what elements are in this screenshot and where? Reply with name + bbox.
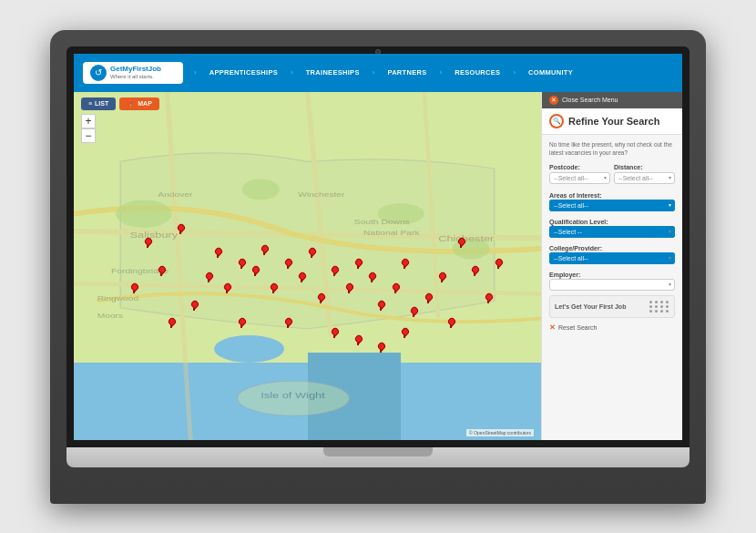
areas-group: Areas of Interest: --Select all-- bbox=[549, 190, 675, 211]
college-label: College/Provider: bbox=[549, 245, 602, 251]
map-pin-28[interactable] bbox=[284, 318, 291, 328]
map-pin-4[interactable] bbox=[205, 272, 212, 282]
postcode-distance-row: Postcode: --Select all-- Distance: bbox=[549, 164, 675, 184]
postcode-label: Postcode: bbox=[549, 164, 610, 170]
distance-select-wrapper: --Select all-- bbox=[614, 172, 675, 184]
zoom-out-button[interactable]: − bbox=[81, 128, 96, 143]
map-pin-8[interactable] bbox=[261, 245, 268, 255]
screen-bezel: ↺ GetMyFirstJob Where it all starts. › A… bbox=[66, 46, 690, 447]
sidebar-body: No time like the present, why not check … bbox=[542, 135, 682, 440]
sidebar-description: No time like the present, why not check … bbox=[549, 140, 675, 157]
areas-select[interactable]: --Select all-- bbox=[549, 200, 675, 211]
map-pin-30[interactable] bbox=[354, 335, 362, 345]
map-pin-33[interactable] bbox=[130, 283, 138, 293]
search-refine-icon bbox=[549, 114, 564, 128]
college-select[interactable]: --Select all-- bbox=[549, 252, 675, 264]
postcode-group: Postcode: --Select all-- bbox=[549, 164, 610, 184]
close-icon: ✕ bbox=[549, 96, 558, 105]
map-pin-22[interactable] bbox=[424, 293, 432, 303]
refine-header: Refine Your Search bbox=[542, 108, 682, 135]
lets-get-section: Let's Get Your First Job bbox=[549, 295, 675, 318]
list-view-button[interactable]: ≡ LIST bbox=[81, 97, 116, 110]
logo-area: ↺ GetMyFirstJob Where it all starts. bbox=[83, 62, 183, 84]
close-menu-label: Close Search Menu bbox=[562, 97, 618, 103]
qualification-select[interactable]: --Select -- bbox=[549, 226, 675, 238]
map-label: MAP bbox=[138, 100, 152, 107]
map-pin-3[interactable] bbox=[214, 248, 221, 258]
nav-sep-1: › bbox=[194, 68, 197, 77]
map-pin-29[interactable] bbox=[331, 328, 338, 338]
reset-text: Reset Search bbox=[558, 324, 597, 331]
map-pin-35[interactable] bbox=[471, 266, 478, 276]
distance-group: Distance: --Select all-- bbox=[614, 164, 675, 184]
map-pin-36[interactable] bbox=[485, 293, 492, 303]
logo-text-block: GetMyFirstJob Where it all starts. bbox=[110, 66, 161, 79]
close-search-menu-bar[interactable]: ✕ Close Search Menu bbox=[542, 92, 682, 108]
qualification-label: Qualification Level: bbox=[549, 219, 608, 225]
areas-select-wrapper: --Select all-- bbox=[549, 200, 675, 211]
logo-sub-text: Where it all starts. bbox=[110, 74, 161, 80]
map-pin-10[interactable] bbox=[270, 283, 277, 293]
map-pin-24[interactable] bbox=[447, 318, 455, 328]
map-pin-9[interactable] bbox=[284, 259, 291, 269]
map-pin-5[interactable] bbox=[238, 259, 245, 269]
map-pin-26[interactable] bbox=[168, 318, 175, 328]
map-pin-14[interactable] bbox=[331, 266, 338, 276]
postcode-select-wrapper: --Select all-- bbox=[549, 172, 610, 184]
map-pin-31[interactable] bbox=[377, 343, 384, 353]
map-pin-18[interactable] bbox=[377, 301, 384, 311]
lets-get-text: Let's Get Your First Job bbox=[555, 303, 626, 310]
reset-search-button[interactable]: ✕ Reset Search bbox=[549, 323, 675, 332]
areas-label: Areas of Interest: bbox=[549, 192, 602, 199]
nav-sep-2: › bbox=[291, 68, 293, 77]
map-pin-1[interactable] bbox=[177, 224, 184, 234]
map-pin-12[interactable] bbox=[308, 248, 315, 258]
employer-label: Employer: bbox=[549, 272, 580, 278]
nav-traineeships[interactable]: TRAINEESHIPS bbox=[306, 68, 360, 77]
nav-community[interactable]: COMMUNITY bbox=[528, 68, 573, 77]
map-pin-27[interactable] bbox=[238, 318, 245, 328]
map-pin-37[interactable] bbox=[495, 259, 502, 269]
distance-select[interactable]: --Select all-- bbox=[614, 172, 675, 184]
college-group: College/Provider: --Select all-- bbox=[549, 242, 675, 264]
distance-label: Distance: bbox=[614, 164, 675, 170]
map-pin-21[interactable] bbox=[410, 307, 417, 317]
nav-sep-3: › bbox=[373, 68, 375, 77]
logo-icon: ↺ bbox=[90, 65, 107, 81]
navbar: ↺ GetMyFirstJob Where it all starts. › A… bbox=[74, 54, 682, 92]
qualification-group: Qualification Level: --Select -- bbox=[549, 216, 675, 238]
map-pin-13[interactable] bbox=[317, 293, 324, 303]
nav-apprenticeships[interactable]: APPRENTICESHIPS bbox=[209, 68, 278, 77]
map-pin-0[interactable] bbox=[144, 238, 151, 248]
zoom-in-button[interactable]: + bbox=[81, 114, 96, 128]
map-pin-23[interactable] bbox=[438, 272, 445, 282]
map-pin-17[interactable] bbox=[368, 272, 375, 282]
map-pin-7[interactable] bbox=[251, 266, 259, 276]
map-pin-11[interactable] bbox=[298, 272, 305, 282]
map-pin-icon: 📍 bbox=[127, 100, 135, 108]
nav-partners[interactable]: PARTNERS bbox=[387, 68, 426, 77]
postcode-select[interactable]: --Select all-- bbox=[549, 172, 610, 184]
map-pin-2[interactable] bbox=[158, 266, 165, 276]
screen-content: ↺ GetMyFirstJob Where it all starts. › A… bbox=[74, 54, 682, 440]
map-pin-25[interactable] bbox=[190, 301, 198, 311]
map-pin-32[interactable] bbox=[401, 328, 408, 338]
map-pin-20[interactable] bbox=[401, 259, 408, 269]
map-pin-19[interactable] bbox=[392, 283, 399, 293]
list-icon: ≡ bbox=[88, 100, 92, 107]
map-pin-34[interactable] bbox=[457, 238, 465, 248]
nav-links: › APPRENTICESHIPS › TRAINEESHIPS › PARTN… bbox=[194, 68, 573, 77]
dots-grid-icon bbox=[649, 301, 669, 313]
map-pin-6[interactable] bbox=[223, 283, 230, 293]
nav-sep-5: › bbox=[513, 68, 516, 77]
pins-overlay bbox=[74, 92, 541, 440]
map-container: Salisbury Fordingbridge Chichester South… bbox=[74, 92, 541, 440]
nav-resources[interactable]: RESOURCES bbox=[455, 68, 500, 77]
logo-main-text: GetMyFirstJob bbox=[110, 66, 161, 74]
employer-select[interactable] bbox=[549, 279, 675, 291]
map-pin-16[interactable] bbox=[354, 259, 362, 269]
laptop-shell: ↺ GetMyFirstJob Where it all starts. › A… bbox=[50, 30, 706, 504]
map-view-button[interactable]: 📍 MAP bbox=[119, 97, 159, 110]
map-pin-15[interactable] bbox=[345, 283, 352, 293]
view-toggles: ≡ LIST 📍 MAP bbox=[81, 97, 159, 110]
